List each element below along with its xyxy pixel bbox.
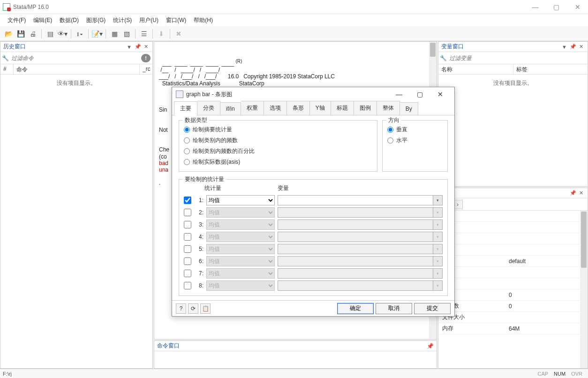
log-icon[interactable]: ▤ (45, 28, 56, 39)
chevron-down-icon: ▾ (433, 208, 442, 217)
maximize-button[interactable]: ▢ (546, 0, 567, 14)
pin-icon[interactable]: 📌 (133, 44, 143, 50)
history-empty: 没有项目显示。 (0, 75, 152, 92)
stat-check-3[interactable] (184, 221, 191, 228)
tab-options[interactable]: 选项 (264, 101, 287, 115)
col-name[interactable]: 名称 (438, 64, 513, 74)
command-input[interactable] (154, 351, 437, 364)
stat-label-4: 4: (194, 234, 204, 240)
prop-value: 0 (509, 292, 588, 298)
menu-help[interactable]: 帮助(H) (190, 15, 217, 26)
stat-select-8: 均值 (206, 280, 275, 291)
dialog-maximize[interactable]: ▢ (409, 91, 430, 98)
col-label[interactable]: 标签 (513, 64, 588, 74)
ok-button[interactable]: 确定 (337, 303, 374, 314)
graph-bar-dialog: graph bar - 条形图 — ▢ ✕ 主要 分类 if/in 权重 选项 … (172, 87, 455, 317)
data-browser-icon[interactable]: ▧ (121, 28, 132, 39)
menu-window[interactable]: 窗口(W) (162, 15, 190, 26)
do-editor-icon[interactable]: 📝▾ (91, 28, 103, 39)
tab-weight[interactable]: 权重 (241, 101, 264, 115)
var-input-7 (278, 269, 433, 278)
menu-user[interactable]: 用户(U) (136, 15, 162, 26)
radio-percent[interactable]: 绘制类别内频数的百分比 (184, 146, 372, 157)
ovr-indicator: OVR (568, 371, 585, 377)
radio-asis[interactable]: 绘制实际数据(asis) (184, 157, 372, 167)
var-combo-6: ▾ (278, 256, 443, 266)
stat-check-1[interactable] (184, 197, 191, 204)
close-panel-icon[interactable]: ✕ (143, 44, 150, 50)
radio-summary[interactable]: 绘制摘要统计量 (184, 124, 372, 135)
close-panel-icon[interactable]: ✕ (578, 44, 585, 50)
col-num[interactable]: # (0, 64, 14, 74)
print-icon[interactable]: 🖨 (27, 28, 38, 39)
stat-check-2[interactable] (184, 209, 191, 216)
break-icon: ✖ (173, 28, 184, 39)
stat-check-6[interactable] (184, 257, 191, 265)
stat-check-8[interactable] (184, 282, 191, 289)
tab-by[interactable]: By (400, 102, 418, 115)
graph-icon[interactable]: ⫾▾ (74, 28, 85, 39)
radio-horizontal[interactable]: 水平 (387, 135, 443, 146)
chevron-down-icon[interactable]: ▾ (433, 196, 442, 205)
dialog-minimize[interactable]: — (389, 91, 409, 98)
minimize-button[interactable]: — (525, 0, 546, 14)
menu-file[interactable]: 文件(F) (4, 15, 30, 26)
viewer-icon[interactable]: 👁▾ (57, 28, 68, 39)
var-input-1[interactable] (278, 196, 433, 205)
app-icon (3, 3, 10, 11)
tab-legend[interactable]: 图例 (354, 101, 377, 115)
pin-icon[interactable]: 📌 (568, 44, 578, 50)
stat-label-3: 3: (194, 221, 204, 228)
filter-icon[interactable]: ▼ (125, 44, 133, 50)
data-editor-icon[interactable]: ▦ (109, 28, 120, 39)
menu-edit[interactable]: 编辑(E) (30, 15, 56, 26)
help-button[interactable]: ? (176, 303, 186, 314)
variables-manager-icon[interactable]: ☰ (138, 28, 150, 39)
close-button[interactable]: ✕ (567, 0, 588, 14)
stat-check-4[interactable] (184, 233, 191, 241)
tab-overall[interactable]: 整体 (377, 101, 400, 115)
history-title: 历史窗口 (3, 43, 26, 51)
stat-check-7[interactable] (184, 270, 191, 277)
tab-ifin[interactable]: if/in (220, 102, 241, 115)
pin-icon[interactable]: 📌 (568, 190, 578, 196)
stat-select-5: 均值 (206, 244, 275, 254)
var-combo-4: ▾ (278, 232, 443, 242)
copy-button[interactable]: 📋 (200, 303, 211, 314)
tab-titles[interactable]: 标题 (331, 101, 354, 115)
dialog-icon (176, 91, 183, 98)
var-combo-5: ▾ (278, 244, 443, 254)
col-rc[interactable]: _rc (139, 64, 152, 74)
scrollbar[interactable] (580, 211, 588, 368)
var-input-4 (278, 232, 433, 242)
variables-filter-input[interactable] (448, 53, 588, 63)
filter-icon[interactable]: ▼ (560, 44, 568, 50)
dialog-close[interactable]: ✕ (430, 91, 451, 98)
var-combo-1[interactable]: ▾ (278, 195, 443, 205)
tab-over[interactable]: 分类 (197, 101, 220, 115)
stat-select-1[interactable]: 均值 (206, 195, 275, 205)
history-filter-input[interactable] (10, 53, 141, 63)
pin-icon[interactable]: 📌 (427, 343, 434, 349)
prop-value: 64M (509, 325, 588, 332)
chevron-down-icon: ▾ (433, 257, 442, 266)
tab-main[interactable]: 主要 (174, 101, 197, 115)
radio-freq[interactable]: 绘制类别内的频数 (184, 135, 372, 146)
cancel-button[interactable]: 取消 (376, 303, 412, 314)
tab-yaxis[interactable]: Y轴 (310, 101, 331, 115)
stat-label-8: 8: (194, 282, 204, 289)
save-icon[interactable]: 💾 (15, 28, 26, 39)
stat-check-5[interactable] (184, 245, 191, 253)
submit-button[interactable]: 提交 (414, 303, 451, 314)
menu-stat[interactable]: 统计(S) (109, 15, 136, 26)
col-command[interactable]: 命令 (14, 64, 139, 74)
radio-vertical[interactable]: 垂直 (387, 124, 443, 135)
menu-data[interactable]: 数据(D) (56, 15, 83, 26)
open-icon[interactable]: 📂 (3, 28, 14, 39)
error-indicator-icon[interactable]: ! (141, 54, 151, 62)
close-panel-icon[interactable]: ✕ (578, 190, 585, 196)
reset-button[interactable]: ⟳ (188, 303, 198, 314)
tab-bars[interactable]: 条形 (287, 101, 310, 115)
menu-graph[interactable]: 图形(G) (83, 15, 109, 26)
stat-select-3: 均值 (206, 219, 275, 230)
